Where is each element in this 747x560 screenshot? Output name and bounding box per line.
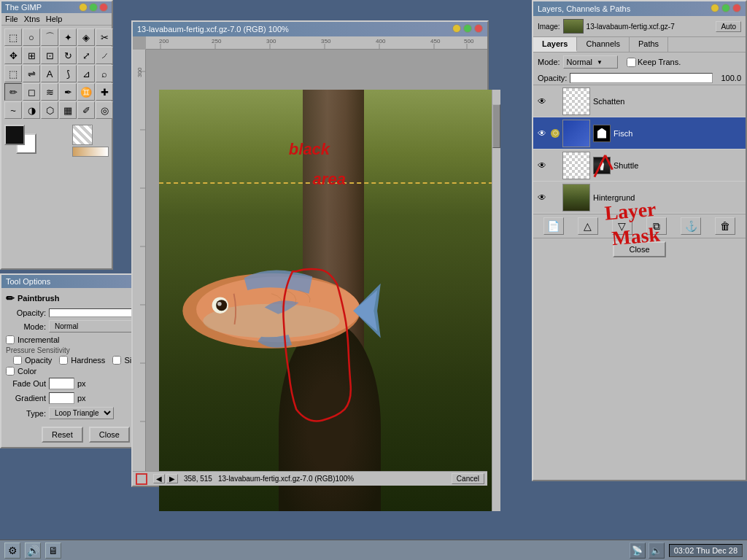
canvas-min-btn[interactable] xyxy=(452,24,461,33)
pressure-size-checkbox[interactable] xyxy=(112,356,121,365)
toolbox-min-btn[interactable] xyxy=(79,3,88,12)
tool-airbrush[interactable]: ≋ xyxy=(41,83,58,101)
new-layer-button[interactable]: 📄 xyxy=(543,217,564,235)
tool-by-color[interactable]: ◈ xyxy=(77,28,95,46)
layers-mode-label: Mode: xyxy=(538,58,560,66)
tool-paintbrush[interactable]: ✏ xyxy=(4,83,22,101)
menu-help[interactable]: Help xyxy=(46,15,63,23)
tool-scissors[interactable]: ✂ xyxy=(96,28,113,46)
canvas-image-area[interactable]: black area xyxy=(159,90,500,511)
pressure-opacity-checkbox[interactable] xyxy=(13,356,22,365)
tool-text[interactable]: A xyxy=(41,65,58,82)
tool-clone[interactable]: ♊ xyxy=(77,83,95,101)
visibility-eye-schatten[interactable]: 👁 xyxy=(536,96,548,107)
layer-item-schatten[interactable]: 👁 Schatten xyxy=(533,85,746,117)
tool-color-picker[interactable]: ⊿ xyxy=(77,65,95,82)
tool-smudge[interactable]: ~ xyxy=(4,101,22,119)
status-nav-left[interactable]: ◀ xyxy=(153,474,165,483)
taskbar-icon-monitor[interactable]: 🖥 xyxy=(45,542,61,559)
tool-flip[interactable]: ⇌ xyxy=(23,65,40,82)
tool-ink[interactable]: ✒ xyxy=(59,83,77,101)
layers-opacity-slider[interactable] xyxy=(570,73,713,83)
cancel-button[interactable]: Cancel xyxy=(452,473,484,484)
ruler-vertical: 300 xyxy=(133,50,146,471)
layer-mask-fisch xyxy=(593,125,611,142)
tool-blend[interactable]: ▦ xyxy=(59,101,77,119)
tool-rotate[interactable]: ↻ xyxy=(59,47,77,64)
scroll-thumb-v[interactable] xyxy=(492,104,500,148)
layers-min-btn[interactable] xyxy=(711,4,719,12)
type-select[interactable]: Loop Triangle xyxy=(49,407,114,419)
menu-file[interactable]: File xyxy=(5,15,18,23)
auto-button[interactable]: Auto xyxy=(716,21,741,32)
image-name: 13-lavabaum-fertig.xcf.gz-7 xyxy=(587,23,713,31)
tool-perspective[interactable]: ⬚ xyxy=(4,65,22,82)
pressure-hardness-checkbox[interactable] xyxy=(59,356,68,365)
tab-paths[interactable]: Paths xyxy=(630,37,668,52)
delete-layer-button[interactable]: 🗑 xyxy=(715,217,735,235)
status-nav-right[interactable]: ▶ xyxy=(166,474,178,483)
taskbar-speaker-icon[interactable]: 🔈 xyxy=(649,542,665,559)
layer-thumb-fisch xyxy=(562,120,590,147)
tool-pencil[interactable]: ✐ xyxy=(77,101,95,119)
tool-ellipse-select[interactable]: ○ xyxy=(23,28,40,46)
tool-eraser[interactable]: ◻ xyxy=(23,83,40,101)
tool-convolve[interactable]: ◎ xyxy=(96,101,113,119)
tool-shear[interactable]: ⟋ xyxy=(96,47,113,64)
layers-close-btn[interactable] xyxy=(732,4,741,12)
tool-path[interactable]: ⟆ xyxy=(59,65,77,82)
duplicate-layer-button[interactable]: ⧉ xyxy=(646,217,667,235)
incremental-checkbox[interactable] xyxy=(6,335,15,344)
tab-channels[interactable]: Channels xyxy=(577,37,629,52)
reset-button[interactable]: Reset xyxy=(42,427,83,443)
color-label: Color xyxy=(18,367,36,376)
layer-item-shuttle[interactable]: 👁 Shuttle xyxy=(533,149,746,182)
tool-fuzzy-select[interactable]: ✦ xyxy=(59,28,77,46)
scrollbar-vertical[interactable] xyxy=(492,90,500,511)
toolbox-close-btn[interactable] xyxy=(99,3,108,12)
layers-close-button[interactable]: Close xyxy=(613,241,665,257)
layer-item-hintergrund[interactable]: 👁 Hintergrund xyxy=(533,182,746,214)
foreground-color-swatch[interactable] xyxy=(4,125,25,145)
ruler-h-svg: 200 250 300 350 400 450 500 xyxy=(146,36,481,50)
fade-out-input[interactable]: 100 xyxy=(49,378,74,389)
mode-label: Mode: xyxy=(6,322,46,331)
taskbar-network-icon[interactable]: 📡 xyxy=(630,542,646,559)
gradient-swatch[interactable] xyxy=(72,147,109,157)
tool-magnify[interactable]: ⌕ xyxy=(96,65,113,82)
visibility-eye-hintergrund[interactable]: 👁 xyxy=(536,192,548,203)
menu-xtns[interactable]: Xtns xyxy=(24,15,40,23)
raise-layer-button[interactable]: △ xyxy=(578,217,598,235)
anchor-layer-button[interactable]: ⚓ xyxy=(681,217,701,235)
pattern-swatch[interactable] xyxy=(72,125,93,145)
close-tool-options-button[interactable]: Close xyxy=(89,427,130,443)
tool-crop[interactable]: ⊡ xyxy=(41,47,58,64)
tool-scale[interactable]: ⤢ xyxy=(77,47,95,64)
layers-win-controls xyxy=(711,4,741,14)
canvas-max-btn[interactable] xyxy=(463,24,472,33)
canvas-close-btn[interactable] xyxy=(474,24,483,33)
tab-layers[interactable]: Layers xyxy=(533,37,577,52)
toolbox: The GIMP File Xtns Help ⬚ ○ ⌒ ✦ ◈ ✂ ✥ ⊞ … xyxy=(0,0,113,270)
layers-max-btn[interactable] xyxy=(721,4,730,12)
layers-mode-dropdown[interactable]: Normal xyxy=(563,55,618,69)
taskbar-icon-audio[interactable]: 🔊 xyxy=(25,542,41,559)
toolbox-max-btn[interactable] xyxy=(89,3,98,12)
layer-item-fisch[interactable]: 👁 ⬡ Fisch xyxy=(533,117,746,149)
tool-align[interactable]: ⊞ xyxy=(23,47,40,64)
gradient-input[interactable]: 100 xyxy=(49,392,74,404)
visibility-eye-shuttle[interactable]: 👁 xyxy=(536,160,548,171)
tool-bucket-fill[interactable]: ⬡ xyxy=(41,101,58,119)
taskbar-icon-settings[interactable]: ⚙ xyxy=(4,542,20,559)
lower-layer-button[interactable]: ▽ xyxy=(612,217,632,235)
tool-move[interactable]: ✥ xyxy=(4,47,22,64)
color-checkbox[interactable] xyxy=(6,367,15,376)
svg-text:300: 300 xyxy=(266,38,276,44)
tool-dodge-burn[interactable]: ◑ xyxy=(23,101,40,119)
tool-rectangle-select[interactable]: ⬚ xyxy=(4,28,22,46)
keep-trans-checkbox[interactable] xyxy=(627,58,636,67)
tool-heal[interactable]: ✚ xyxy=(96,83,113,101)
visibility-eye-fisch[interactable]: 👁 xyxy=(536,128,548,139)
gradient-unit: px xyxy=(77,394,86,402)
tool-lasso[interactable]: ⌒ xyxy=(41,28,58,46)
